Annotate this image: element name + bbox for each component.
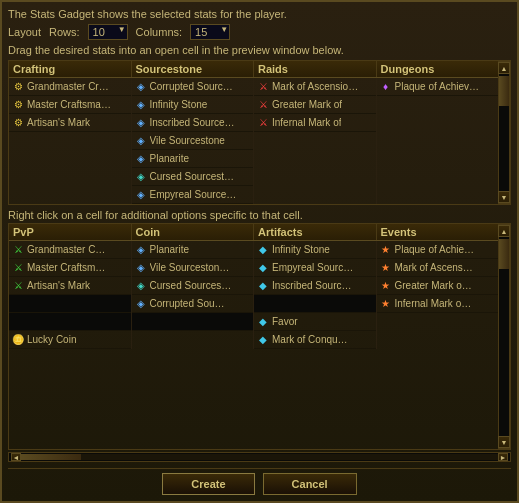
list-item[interactable]: ⚔ Mark of Ascensio… bbox=[254, 78, 376, 96]
cell-label: Grandmaster Cr… bbox=[27, 81, 109, 92]
list-item[interactable]: ◆ Mark of Conqu… bbox=[254, 331, 376, 349]
raid-icon: ⚔ bbox=[256, 98, 270, 112]
cell-label: Mark of Ascens… bbox=[395, 262, 473, 273]
list-item[interactable]: ◈ Vile Sourceston… bbox=[132, 259, 254, 277]
h-scroll-right[interactable]: ► bbox=[498, 453, 508, 461]
artifact-icon: ◆ bbox=[256, 333, 270, 347]
scroll-up-arrow-2[interactable]: ▲ bbox=[498, 225, 510, 237]
header-raids: Raids bbox=[254, 61, 377, 77]
list-item[interactable]: ◆ Infinity Stone bbox=[254, 241, 376, 259]
cell-label: Infernal Mark o… bbox=[395, 298, 472, 309]
rows-select-wrapper[interactable]: 10 5 15 20 bbox=[88, 24, 128, 40]
list-item[interactable]: ⚙ Master Craftsma… bbox=[9, 96, 131, 114]
rows-select[interactable]: 10 5 15 20 bbox=[88, 24, 128, 40]
event-icon: ★ bbox=[379, 297, 393, 311]
top-grid-scrollbar[interactable]: ▲ ▼ bbox=[498, 61, 510, 204]
artifact-icon: ◆ bbox=[256, 279, 270, 293]
list-item[interactable]: ◈ Corrupted Sou… bbox=[132, 295, 254, 313]
list-item[interactable]: ★ Plaque of Achie… bbox=[377, 241, 499, 259]
list-item[interactable]: ♦ Plaque of Achiev… bbox=[377, 78, 499, 96]
list-item[interactable]: ◈ Infinity Stone bbox=[132, 96, 254, 114]
create-button[interactable]: Create bbox=[162, 473, 254, 495]
bottom-grid-scrollbar[interactable]: ▲ ▼ bbox=[498, 224, 510, 449]
scroll-down-arrow-2[interactable]: ▼ bbox=[498, 436, 510, 448]
header-coin: Coin bbox=[132, 224, 255, 240]
cell-label: Greater Mark o… bbox=[395, 280, 472, 291]
list-item[interactable]: ◆ Favor bbox=[254, 313, 376, 331]
header-dungeons: Dungeons bbox=[377, 61, 499, 77]
scroll-thumb[interactable] bbox=[499, 76, 509, 106]
columns-select[interactable]: 15 10 20 25 bbox=[190, 24, 230, 40]
list-item[interactable]: ◈ Empyreal Source… bbox=[132, 186, 254, 204]
description-text: The Stats Gadget shows the selected stat… bbox=[8, 8, 511, 20]
list-item[interactable]: ◈ Vile Sourcestone bbox=[132, 132, 254, 150]
sourcestone-icon: ◈ bbox=[134, 188, 148, 202]
coin-sourcestone-icon: ◈ bbox=[134, 279, 148, 293]
list-item[interactable] bbox=[9, 313, 131, 331]
artifact-icon: ◆ bbox=[256, 315, 270, 329]
list-item[interactable]: ⚔ Greater Mark of bbox=[254, 96, 376, 114]
coin-sourcestone-icon: ◈ bbox=[134, 297, 148, 311]
list-item[interactable]: ◈ Planarite bbox=[132, 241, 254, 259]
cell-label: Vile Sourcestone bbox=[150, 135, 225, 146]
list-item[interactable] bbox=[132, 313, 254, 331]
cell-label: Artisan's Mark bbox=[27, 117, 90, 128]
list-item[interactable]: ◈ Inscribed Source… bbox=[132, 114, 254, 132]
columns-select-wrapper[interactable]: 15 10 20 25 bbox=[190, 24, 230, 40]
h-scroll-left[interactable]: ◄ bbox=[11, 453, 21, 461]
list-item[interactable]: ◈ Cursed Sourcest… bbox=[132, 168, 254, 186]
cell-label: Plaque of Achiev… bbox=[395, 81, 480, 92]
list-item[interactable] bbox=[9, 295, 131, 313]
list-item[interactable]: ◆ Empyreal Sourc… bbox=[254, 259, 376, 277]
cell-label: Greater Mark of bbox=[272, 99, 342, 110]
artifact-icon: ◆ bbox=[256, 261, 270, 275]
list-item[interactable]: ★ Infernal Mark o… bbox=[377, 295, 499, 313]
cancel-button[interactable]: Cancel bbox=[263, 473, 357, 495]
cell-label: Cursed Sourcest… bbox=[150, 171, 234, 182]
scroll-up-arrow[interactable]: ▲ bbox=[498, 62, 510, 74]
col-dungeons: ♦ Plaque of Achiev… bbox=[377, 78, 499, 204]
crafting-icon: ⚙ bbox=[11, 80, 25, 94]
list-item[interactable]: ◈ Planarite bbox=[132, 150, 254, 168]
raid-icon: ⚔ bbox=[256, 80, 270, 94]
list-item[interactable]: ★ Mark of Ascens… bbox=[377, 259, 499, 277]
cell-label: Inscribed Sourc… bbox=[272, 280, 351, 291]
sourcestone-icon: ◈ bbox=[134, 170, 148, 184]
h-scroll-thumb[interactable] bbox=[21, 454, 81, 460]
list-item[interactable]: ◆ Inscribed Sourc… bbox=[254, 277, 376, 295]
top-grid-body: ⚙ Grandmaster Cr… ⚙ Master Craftsma… ⚙ A… bbox=[9, 78, 498, 204]
event-icon: ★ bbox=[379, 243, 393, 257]
coin-sourcestone-icon: ◈ bbox=[134, 261, 148, 275]
list-item[interactable]: ⚔ Infernal Mark of bbox=[254, 114, 376, 132]
scroll-down-arrow[interactable]: ▼ bbox=[498, 191, 510, 203]
cell-label: Infinity Stone bbox=[150, 99, 208, 110]
list-item[interactable]: ◈ Cursed Sources… bbox=[132, 277, 254, 295]
cell-label: Empyreal Source… bbox=[150, 189, 237, 200]
horizontal-scrollbar[interactable]: ◄ ► bbox=[8, 452, 511, 462]
header-events: Events bbox=[377, 224, 499, 240]
list-item[interactable]: ⚙ Artisan's Mark bbox=[9, 114, 131, 132]
list-item[interactable]: 🪙 Lucky Coin bbox=[9, 331, 131, 349]
cell-label: Corrupted Sourc… bbox=[150, 81, 233, 92]
crafting-icon: ⚙ bbox=[11, 116, 25, 130]
event-icon: ★ bbox=[379, 279, 393, 293]
cell-label: Master Craftsm… bbox=[27, 262, 105, 273]
top-grid-container: Crafting Sourcestone Raids Dungeons ⚙ Gr… bbox=[8, 60, 511, 205]
sourcestone-icon: ◈ bbox=[134, 80, 148, 94]
h-scroll-track bbox=[21, 454, 498, 460]
list-item[interactable]: ⚔ Grandmaster C… bbox=[9, 241, 131, 259]
cell-label: Plaque of Achie… bbox=[395, 244, 475, 255]
raid-icon: ⚔ bbox=[256, 116, 270, 130]
list-item[interactable]: ⚙ Grandmaster Cr… bbox=[9, 78, 131, 96]
list-item[interactable]: ◈ Corrupted Sourc… bbox=[132, 78, 254, 96]
coin-sourcestone-icon: ◈ bbox=[134, 243, 148, 257]
col-artifacts: ◆ Infinity Stone ◆ Empyreal Sourc… ◆ Ins… bbox=[254, 241, 377, 349]
header-pvp: PvP bbox=[9, 224, 132, 240]
list-item[interactable]: ★ Greater Mark o… bbox=[377, 277, 499, 295]
list-item[interactable] bbox=[254, 295, 376, 313]
list-item[interactable]: ⚔ Master Craftsm… bbox=[9, 259, 131, 277]
cell-label: Grandmaster C… bbox=[27, 244, 105, 255]
cell-label: Master Craftsma… bbox=[27, 99, 111, 110]
list-item[interactable]: ⚔ Artisan's Mark bbox=[9, 277, 131, 295]
scroll-thumb-2[interactable] bbox=[499, 239, 509, 269]
